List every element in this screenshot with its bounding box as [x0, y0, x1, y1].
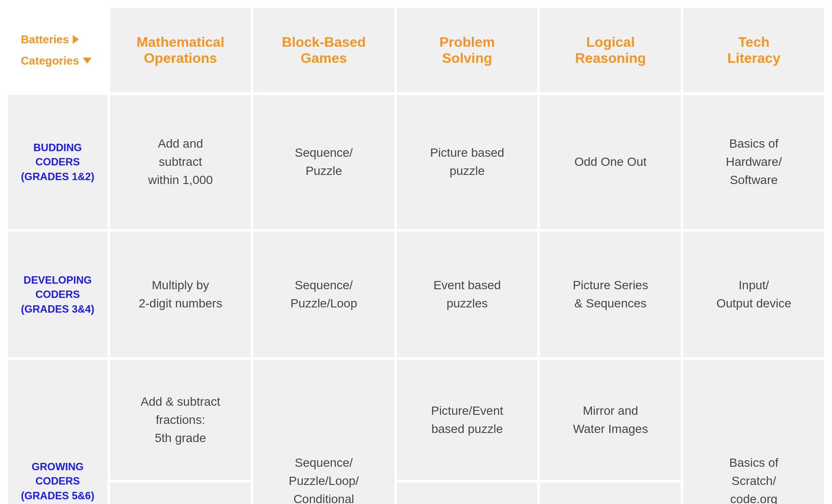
budding-tech: Basics of Hardware/ Software	[683, 95, 824, 229]
col-header-math: Mathematical Operations	[110, 8, 251, 92]
growing-math-1-text: Add & subtract fractions: 5th grade	[141, 393, 221, 447]
growing-problem-container: Picture/Event based puzzle Direction bas…	[397, 360, 538, 504]
developing-math-text: Multiply by 2-digit numbers	[139, 278, 222, 310]
developing-logical: Picture Series & Sequences	[540, 232, 681, 357]
growing-logical-container: Mirror and Water Images Clocks	[540, 360, 681, 504]
growing-math-1: Add & subtract fractions: 5th grade	[110, 360, 251, 480]
row-label-developing: DEVELOPING CODERS (GRADES 3&4)	[8, 232, 107, 357]
developing-block: Sequence/ Puzzle/Loop	[254, 232, 394, 357]
growing-problem-1-text: Picture/Event based puzzle	[431, 402, 504, 438]
budding-block-text: Sequence/ Puzzle	[295, 146, 353, 178]
growing-label: GROWING CODERS (GRADES 5&6)	[21, 461, 94, 501]
growing-logical-2: Clocks	[540, 482, 681, 504]
batteries-arrow-icon	[73, 35, 79, 44]
developing-tech: Input/ Output device	[683, 232, 824, 357]
categories-arrow-icon	[83, 58, 91, 64]
budding-tech-text: Basics of Hardware/ Software	[726, 137, 782, 187]
col-header-problem: Problem Solving	[397, 8, 538, 92]
developing-problem: Event based puzzles	[397, 232, 538, 357]
growing-math-2: Multi-digit multiplication & division	[110, 482, 251, 504]
col-header-block: Block-Based Games	[254, 8, 394, 92]
developing-label: DEVELOPING CODERS (GRADES 3&4)	[21, 274, 94, 315]
batteries-button[interactable]: Batteries	[21, 33, 79, 46]
categories-label: Categories	[21, 54, 79, 68]
growing-block: Sequence/ Puzzle/Loop/ Conditional	[254, 360, 394, 504]
budding-block: Sequence/ Puzzle	[254, 95, 394, 229]
col-header-tech: Tech Literacy	[683, 8, 824, 92]
col-header-logical-label: Logical Reasoning	[575, 34, 646, 66]
budding-logical-text: Odd One Out	[575, 155, 647, 168]
growing-block-text: Sequence/ Puzzle/Loop/ Conditional	[289, 456, 359, 504]
growing-problem-2: Direction based puzzle	[397, 482, 538, 504]
batteries-label: Batteries	[21, 33, 69, 46]
growing-math-container: Add & subtract fractions: 5th grade Mult…	[110, 360, 251, 504]
corner-cell: Batteries Categories	[8, 8, 107, 92]
curriculum-table: Batteries Categories Mathematical Operat…	[5, 5, 827, 504]
growing-logical-1-text: Mirror and Water Images	[573, 402, 648, 438]
growing-tech-text: Basics of Scratch/ code.org	[729, 456, 779, 504]
budding-problem-text: Picture based puzzle	[430, 146, 504, 178]
growing-tech: Basics of Scratch/ code.org	[683, 360, 824, 504]
growing-problem-1: Picture/Event based puzzle	[397, 360, 538, 480]
growing-logical-1: Mirror and Water Images	[540, 360, 681, 480]
categories-button[interactable]: Categories	[21, 54, 91, 68]
budding-math: Add and subtract within 1,000	[110, 95, 251, 229]
row-label-growing: GROWING CODERS (GRADES 5&6)	[8, 360, 107, 504]
budding-math-text: Add and subtract within 1,000	[148, 137, 213, 187]
budding-logical: Odd One Out	[540, 95, 681, 229]
budding-problem: Picture based puzzle	[397, 95, 538, 229]
col-header-math-label: Mathematical Operations	[136, 34, 224, 66]
col-header-tech-label: Tech Literacy	[727, 34, 780, 66]
developing-problem-text: Event based puzzles	[433, 278, 501, 310]
col-header-logical: Logical Reasoning	[540, 8, 681, 92]
developing-block-text: Sequence/ Puzzle/Loop	[290, 278, 357, 310]
row-label-budding: BUDDING CODERS (GRADES 1&2)	[8, 95, 107, 229]
developing-math: Multiply by 2-digit numbers	[110, 232, 251, 357]
developing-logical-text: Picture Series & Sequences	[573, 278, 648, 310]
developing-tech-text: Input/ Output device	[716, 278, 791, 310]
col-header-block-label: Block-Based Games	[282, 34, 366, 66]
budding-label: BUDDING CODERS (GRADES 1&2)	[21, 142, 94, 182]
col-header-problem-label: Problem Solving	[439, 34, 495, 66]
